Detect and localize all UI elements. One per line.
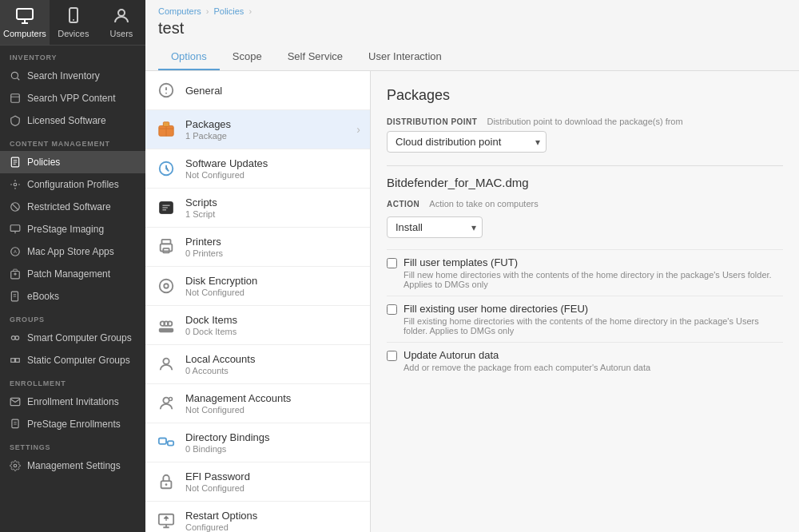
- sidebar-item-ebooks[interactable]: eBooks: [0, 285, 145, 308]
- breadcrumb-computers[interactable]: Computers: [158, 6, 201, 16]
- enrollment-section-label: ENROLLMENT: [0, 371, 145, 391]
- restricted-label: Restricted Software: [27, 201, 111, 212]
- sidebar-item-prestage-enrollments[interactable]: PreStage Enrollments: [0, 413, 145, 435]
- sidebar-item-static-groups[interactable]: Static Computer Groups: [0, 349, 145, 371]
- option-packages-subtitle: 1 Package: [185, 131, 348, 141]
- sidebar-item-devices[interactable]: Devices: [50, 0, 97, 45]
- sidebar-item-licensed-software[interactable]: Licensed Software: [0, 109, 145, 132]
- sidebar-item-policies[interactable]: Policies: [0, 151, 145, 173]
- option-software-updates-subtitle: Not Configured: [185, 170, 360, 180]
- sidebar-item-search-inventory[interactable]: Search Inventory: [0, 65, 145, 87]
- option-directory-bindings-text: Directory Bindings 0 Bindings: [185, 431, 360, 454]
- package-filename: Bitdefender_for_MAC.dmg: [387, 176, 783, 189]
- search-vpp-label: Search VPP Content: [27, 93, 116, 104]
- breadcrumb-policies[interactable]: Policies: [213, 6, 244, 16]
- action-select[interactable]: InstallUninstallCache: [387, 216, 483, 238]
- option-disk-encryption-subtitle: Not Configured: [185, 288, 360, 297]
- option-efi-password-subtitle: Not Configured: [185, 483, 360, 493]
- option-efi-password[interactable]: EFI Password Not Configured: [145, 463, 370, 502]
- tab-self-service[interactable]: Self Service: [275, 44, 356, 70]
- option-dock-items[interactable]: Dock Items 0 Dock Items: [145, 306, 370, 345]
- fut-checkbox[interactable]: [387, 258, 397, 268]
- autorun-label: Update Autorun data: [403, 349, 650, 361]
- prestage-icon: [10, 224, 21, 235]
- action-label: ACTION: [387, 200, 419, 208]
- option-directory-bindings-subtitle: 0 Bindings: [185, 444, 360, 454]
- sidebar-item-search-vpp[interactable]: Search VPP Content: [0, 87, 145, 109]
- sidebar-item-mac-app-store[interactable]: A Mac App Store Apps: [0, 240, 145, 263]
- svg-text:A: A: [14, 249, 17, 254]
- checkbox-fut: Fill user templates (FUT) Fill new home …: [387, 249, 783, 296]
- autorun-checkbox[interactable]: [387, 351, 397, 361]
- option-scripts[interactable]: Scripts 1 Script: [145, 189, 370, 228]
- svg-point-56: [163, 359, 169, 364]
- svg-point-4: [73, 19, 74, 21]
- top-header: Computers › Policies › test Options Scop…: [145, 0, 799, 71]
- option-restart-options[interactable]: Restart Options Configured: [145, 502, 370, 532]
- tab-options[interactable]: Options: [158, 44, 220, 70]
- svg-point-6: [11, 72, 18, 78]
- option-disk-encryption[interactable]: Disk Encryption Not Configured: [145, 267, 370, 306]
- option-local-accounts[interactable]: Local Accounts 0 Accounts: [145, 345, 370, 384]
- search-inventory-label: Search Inventory: [27, 70, 100, 81]
- option-packages-text: Packages 1 Package: [185, 118, 348, 141]
- sidebar-item-users[interactable]: Users: [97, 0, 145, 45]
- svg-rect-31: [16, 359, 20, 363]
- sidebar-item-computers[interactable]: Computers: [0, 0, 50, 45]
- licensed-label: Licensed Software: [27, 115, 106, 126]
- tab-user-interaction[interactable]: User Interaction: [356, 44, 455, 70]
- option-software-updates[interactable]: Software Updates Not Configured: [145, 149, 370, 189]
- computers-label: Computers: [3, 29, 46, 38]
- option-local-accounts-text: Local Accounts 0 Accounts: [185, 353, 360, 375]
- option-dock-items-subtitle: 0 Dock Items: [185, 327, 360, 336]
- action-desc: Action to take on computers: [429, 199, 538, 208]
- option-efi-password-title: EFI Password: [185, 470, 360, 482]
- svg-line-7: [17, 77, 19, 80]
- inventory-section-label: INVENTORY: [0, 46, 145, 65]
- autorun-desc: Add or remove the package from each comp…: [403, 363, 650, 372]
- directory-bindings-icon: [155, 431, 177, 454]
- search-icon: [10, 70, 21, 81]
- sidebar-item-smart-groups[interactable]: Smart Computer Groups: [0, 327, 145, 349]
- option-general-text: General: [185, 85, 360, 97]
- option-restart-options-text: Restart Options Configured: [185, 510, 360, 532]
- svg-rect-62: [168, 441, 173, 446]
- svg-point-28: [11, 336, 15, 340]
- general-icon: [155, 79, 177, 101]
- feu-checkbox[interactable]: [387, 304, 397, 315]
- option-management-accounts-text: Management Accounts Not Configured: [185, 392, 360, 415]
- svg-rect-61: [159, 439, 166, 444]
- option-management-accounts[interactable]: Management Accounts Not Configured: [145, 384, 370, 423]
- config-profiles-label: Configuration Profiles: [27, 179, 119, 190]
- sidebar-item-prestage[interactable]: PreStage Imaging: [0, 218, 145, 240]
- sidebar-item-config-profiles[interactable]: Configuration Profiles: [0, 173, 145, 196]
- sidebar-item-restricted[interactable]: Restricted Software: [0, 196, 145, 218]
- option-packages-title: Packages: [185, 118, 348, 130]
- checkbox-autorun: Update Autorun data Add or remove the pa…: [387, 342, 783, 379]
- config-icon: [10, 179, 21, 190]
- sidebar-item-enrollment-invitations[interactable]: Enrollment Invitations: [0, 391, 145, 413]
- checkbox-feu: Fill existing user home directories (FEU…: [387, 296, 783, 342]
- vpp-icon: [10, 93, 21, 104]
- users-icon: [112, 6, 131, 26]
- option-printers-subtitle: 0 Printers: [185, 248, 360, 258]
- option-general[interactable]: General: [145, 71, 370, 110]
- option-packages[interactable]: Packages 1 Package ›: [145, 110, 370, 149]
- sidebar-item-management-settings[interactable]: Management Settings: [0, 455, 145, 477]
- efi-password-icon: [155, 470, 177, 493]
- packages-chevron-icon: ›: [356, 123, 360, 136]
- tab-scope[interactable]: Scope: [220, 44, 275, 70]
- static-groups-label: Static Computer Groups: [27, 355, 130, 366]
- sidebar-item-patch[interactable]: Patch Management: [0, 263, 145, 285]
- feu-label: Fill existing user home directories (FEU…: [403, 303, 783, 315]
- settings-icon: [10, 460, 21, 471]
- ebooks-icon: [10, 291, 21, 302]
- top-nav: Computers Devices Users: [0, 0, 145, 46]
- option-printers[interactable]: Printers 0 Printers: [145, 228, 370, 267]
- devices-icon: [64, 6, 83, 26]
- distribution-point-select[interactable]: Cloud distribution pointDefault distribu…: [387, 131, 547, 153]
- svg-point-39: [165, 93, 167, 94]
- ebooks-label: eBooks: [27, 291, 59, 302]
- option-directory-bindings[interactable]: Directory Bindings 0 Bindings: [145, 423, 370, 463]
- feu-desc: Fill existing home directories with the …: [403, 316, 783, 335]
